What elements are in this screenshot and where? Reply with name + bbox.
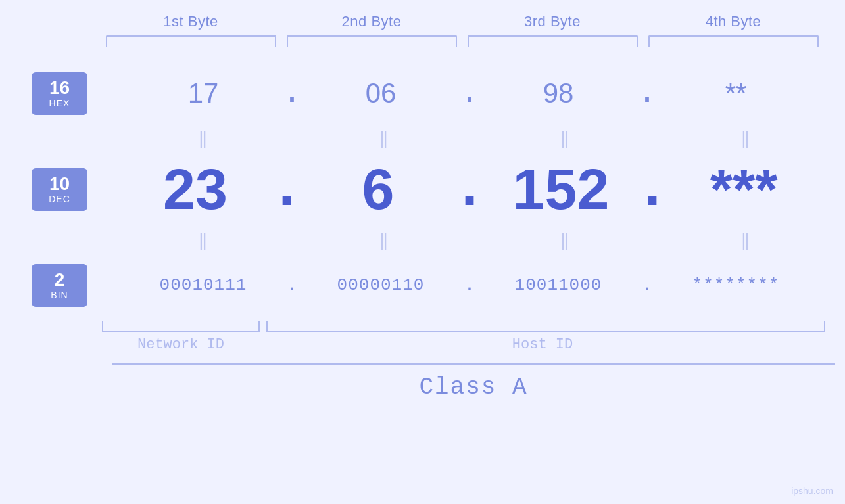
bottom-labels: Network ID Host ID	[102, 336, 825, 353]
bottom-bracket-network	[102, 321, 260, 332]
bottom-brackets	[102, 321, 825, 332]
hex-val-1: 17	[131, 78, 276, 109]
dec-val-3: 152	[489, 156, 633, 223]
equals-row-1: || || || ||	[112, 126, 835, 150]
eq2-1: ||	[112, 230, 293, 251]
bin-badge-num: 2	[55, 270, 65, 290]
class-row: Class A	[112, 363, 835, 401]
eq1-1: ||	[112, 127, 293, 149]
bracket-4	[648, 35, 819, 47]
bin-val-2: 00000110	[308, 275, 453, 295]
byte-headers: 1st Byte 2nd Byte 3rd Byte 4th Byte	[101, 13, 824, 30]
bin-dot-1: .	[276, 275, 308, 295]
bin-badge-label: BIN	[51, 290, 68, 300]
eq2-2: ||	[293, 230, 473, 251]
bracket-1	[106, 35, 276, 47]
bin-dot-2: .	[453, 275, 486, 295]
eq2-3: ||	[473, 230, 654, 251]
dec-val-1: 23	[123, 156, 268, 223]
byte1-header: 1st Byte	[101, 13, 281, 30]
bin-val-4: ********	[664, 275, 808, 295]
bin-badge: 2 BIN	[32, 264, 87, 307]
hex-dot-2: .	[453, 77, 486, 110]
hex-dot-1: .	[276, 77, 308, 110]
dec-val-4: ***	[671, 156, 816, 223]
hex-badge-num: 16	[49, 78, 70, 99]
top-brackets	[101, 35, 824, 47]
dec-val-2: 6	[306, 156, 450, 223]
byte2-header: 2nd Byte	[281, 13, 462, 30]
hex-badge: 16 HEX	[32, 72, 87, 115]
dec-dot-1: .	[268, 160, 306, 219]
byte4-header: 4th Byte	[643, 13, 824, 30]
bracket-3	[468, 35, 638, 47]
eq2-4: ||	[654, 230, 835, 251]
hex-val-2: 06	[308, 78, 453, 109]
eq1-4: ||	[654, 127, 835, 149]
byte3-header: 3rd Byte	[462, 13, 643, 30]
eq1-3: ||	[473, 127, 654, 149]
bottom-bracket-host	[266, 321, 825, 332]
network-id-label: Network ID	[102, 336, 260, 353]
class-label: Class A	[419, 374, 527, 401]
bin-values: 00010111 . 00000110 . 10011000 . *******…	[94, 275, 845, 295]
hex-val-3: 98	[486, 78, 631, 109]
dec-badge: 10 DEC	[32, 168, 87, 211]
equals-row-2: || || || ||	[112, 229, 835, 252]
bin-dot-3: .	[631, 275, 664, 295]
host-id-label: Host ID	[260, 336, 825, 353]
bottom-section: Network ID Host ID	[0, 321, 845, 353]
dec-dot-2: .	[450, 160, 489, 219]
dec-badge-num: 10	[49, 174, 70, 195]
hex-val-4: **	[664, 78, 808, 109]
watermark: ipshu.com	[791, 486, 833, 496]
bracket-2	[287, 35, 457, 47]
eq1-2: ||	[293, 127, 473, 149]
hex-row: 16 HEX 17 . 06 . 98 . **	[0, 60, 845, 126]
dec-badge-label: DEC	[49, 194, 70, 204]
dec-values: 23 . 6 . 152 . ***	[94, 156, 845, 223]
main-container: 1st Byte 2nd Byte 3rd Byte 4th Byte 16 H…	[0, 0, 845, 504]
bin-val-3: 10011000	[486, 275, 631, 295]
bin-row: 2 BIN 00010111 . 00000110 . 10011000 . *…	[0, 252, 845, 318]
bin-val-1: 00010111	[131, 275, 276, 295]
dec-row: 10 DEC 23 . 6 . 152 . ***	[0, 150, 845, 229]
hex-values: 17 . 06 . 98 . **	[94, 77, 845, 110]
dec-dot-3: .	[633, 160, 671, 219]
hex-badge-label: HEX	[49, 98, 70, 108]
hex-dot-3: .	[631, 77, 664, 110]
